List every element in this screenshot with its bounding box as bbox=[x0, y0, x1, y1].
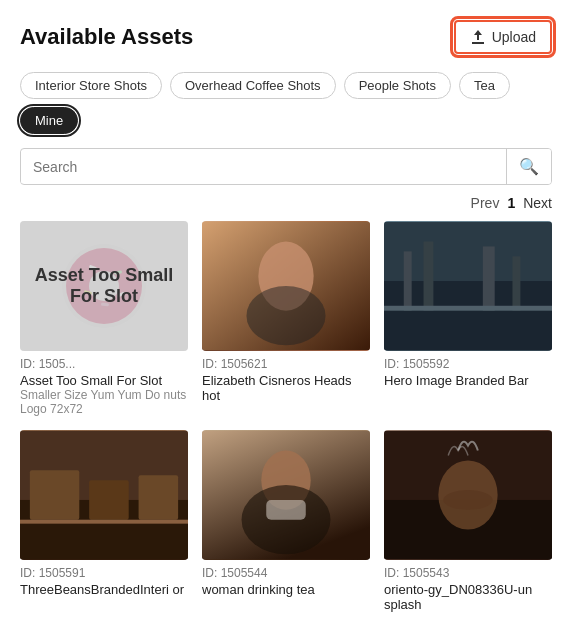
tab-bar: Interior Store ShotsOverhead Coffee Shot… bbox=[20, 72, 552, 134]
asset-card[interactable]: Asset Too Small For SlotID: 1505...Asset… bbox=[20, 221, 188, 416]
asset-id: ID: 1505... bbox=[20, 357, 188, 371]
asset-card[interactable]: ID: 1505592Hero Image Branded Bar bbox=[384, 221, 552, 416]
asset-thumbnail: Asset Too Small For Slot bbox=[20, 221, 188, 351]
asset-thumbnail bbox=[20, 430, 188, 560]
svg-point-11 bbox=[246, 286, 325, 345]
current-page: 1 bbox=[507, 195, 515, 211]
pagination: Prev 1 Next bbox=[20, 195, 552, 211]
upload-button[interactable]: Upload bbox=[454, 20, 552, 54]
asset-card[interactable]: ID: 1505591ThreeBeansBrandedInteri or bbox=[20, 430, 188, 612]
svg-rect-15 bbox=[424, 242, 434, 311]
asset-thumbnail bbox=[384, 221, 552, 351]
tab-tea[interactable]: Tea bbox=[459, 72, 510, 99]
asset-id: ID: 1505591 bbox=[20, 566, 188, 580]
asset-name: ThreeBeansBrandedInteri or bbox=[20, 582, 188, 597]
upload-icon bbox=[470, 29, 486, 45]
asset-card[interactable]: ID: 1505544woman drinking tea bbox=[202, 430, 370, 612]
svg-rect-18 bbox=[384, 306, 552, 311]
asset-thumbnail bbox=[202, 430, 370, 560]
tab-people[interactable]: People Shots bbox=[344, 72, 451, 99]
asset-name: woman drinking tea bbox=[202, 582, 370, 597]
svg-rect-16 bbox=[483, 246, 495, 310]
svg-rect-22 bbox=[89, 480, 129, 520]
page-title: Available Assets bbox=[20, 24, 193, 50]
search-bar: 🔍 bbox=[20, 148, 552, 185]
asset-name: Elizabeth Cisneros Heads hot bbox=[202, 373, 370, 403]
asset-id: ID: 1505621 bbox=[202, 357, 370, 371]
svg-point-32 bbox=[443, 490, 492, 510]
next-button[interactable]: Next bbox=[523, 195, 552, 211]
overlay-subtitle: For Slot bbox=[70, 286, 138, 307]
overlay-title: Asset Too Small bbox=[35, 265, 174, 286]
asset-name: Asset Too Small For Slot bbox=[20, 373, 188, 388]
asset-id: ID: 1505544 bbox=[202, 566, 370, 580]
svg-rect-21 bbox=[30, 470, 79, 519]
tab-overhead[interactable]: Overhead Coffee Shots bbox=[170, 72, 336, 99]
asset-description: Smaller Size Yum Yum Do nuts Logo 72x72 bbox=[20, 388, 188, 416]
search-input[interactable] bbox=[21, 151, 506, 183]
asset-name: Hero Image Branded Bar bbox=[384, 373, 552, 388]
asset-thumbnail bbox=[384, 430, 552, 560]
svg-rect-14 bbox=[404, 251, 412, 310]
svg-rect-17 bbox=[512, 256, 520, 310]
asset-thumbnail bbox=[202, 221, 370, 351]
asset-name: oriento-gy_DN08336U-un splash bbox=[384, 582, 552, 612]
prev-button[interactable]: Prev bbox=[471, 195, 500, 211]
search-button[interactable]: 🔍 bbox=[506, 149, 551, 184]
asset-overlay: Asset Too Small For Slot bbox=[20, 221, 188, 351]
asset-grid: Asset Too Small For SlotID: 1505...Asset… bbox=[20, 221, 552, 612]
upload-label: Upload bbox=[492, 29, 536, 45]
page-header: Available Assets Upload bbox=[20, 20, 552, 54]
asset-card[interactable]: ID: 1505621Elizabeth Cisneros Heads hot bbox=[202, 221, 370, 416]
tab-interior[interactable]: Interior Store Shots bbox=[20, 72, 162, 99]
svg-rect-24 bbox=[20, 520, 188, 524]
tab-mine[interactable]: Mine bbox=[20, 107, 78, 134]
asset-id: ID: 1505543 bbox=[384, 566, 552, 580]
asset-id: ID: 1505592 bbox=[384, 357, 552, 371]
svg-rect-28 bbox=[266, 500, 306, 520]
asset-card[interactable]: ID: 1505543oriento-gy_DN08336U-un splash bbox=[384, 430, 552, 612]
svg-rect-23 bbox=[139, 475, 179, 519]
